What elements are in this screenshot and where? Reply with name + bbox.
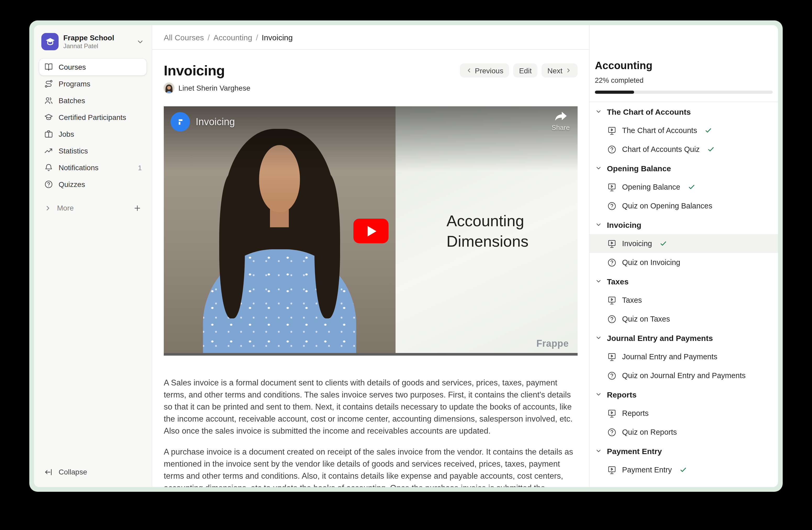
outline-item-payment-entry[interactable]: Payment Entry — [590, 460, 778, 479]
chevron-down-icon — [595, 278, 602, 285]
sidebar-item-label: Certified Participants — [59, 113, 126, 122]
breadcrumb-separator: / — [256, 33, 258, 42]
outline-section-header-journal-entry-and-payments[interactable]: Journal Entry and Payments — [590, 329, 778, 347]
sidebar-item-batches[interactable]: Batches — [39, 92, 146, 109]
outline-section-header-opening-balance[interactable]: Opening Balance — [590, 159, 778, 178]
outline-item-label: Reports — [622, 409, 649, 417]
video-overlay-title: Invoicing — [196, 116, 235, 127]
more-label: More — [57, 204, 74, 212]
outline-item-label: Journal Entry and Payments — [622, 352, 717, 361]
outline-item-chart-of-accounts-quiz[interactable]: Chart of Accounts Quiz — [590, 140, 778, 159]
outline-section: Payment EntryPayment Entry — [590, 442, 778, 479]
outline-section: ReportsReportsQuiz on Reports — [590, 385, 778, 442]
outline-item-label: Quiz on Invoicing — [622, 258, 680, 267]
chevron-down-icon — [595, 108, 602, 115]
users-icon — [44, 96, 53, 105]
outline-section-header-payment-entry[interactable]: Payment Entry — [590, 442, 778, 460]
lesson-video-icon — [607, 125, 617, 135]
avatar — [164, 83, 174, 93]
sidebar-item-notifications[interactable]: Notifications1 — [39, 159, 146, 176]
user-name: Jannat Patel — [63, 42, 131, 50]
outline-item-opening-balance[interactable]: Opening Balance — [590, 178, 778, 196]
play-button[interactable] — [353, 219, 388, 243]
outline-item-the-chart-of-accounts[interactable]: The Chart of Accounts — [590, 121, 778, 140]
outline-item-quiz-on-reports[interactable]: Quiz on Reports — [590, 423, 778, 442]
bell-icon — [44, 163, 53, 172]
outline-section-title: Taxes — [607, 277, 629, 286]
video-progress-track — [164, 353, 578, 355]
breadcrumb: All Courses/Accounting/Invoicing — [152, 25, 589, 50]
outline-item-label: Invoicing — [622, 239, 652, 248]
paragraph: A Sales invoice is a formal document sen… — [164, 377, 578, 437]
sidebar-nav: CoursesProgramsBatchesCertified Particip… — [39, 59, 146, 193]
sidebar-item-programs[interactable]: Programs — [39, 75, 146, 92]
frappe-video-logo-icon — [171, 112, 190, 131]
plus-icon[interactable] — [133, 204, 142, 212]
quiz-icon — [607, 144, 617, 154]
outline-item-quiz-on-invoicing[interactable]: Quiz on Invoicing — [590, 253, 778, 272]
outline-section-header-invoicing[interactable]: Invoicing — [590, 215, 778, 234]
lesson-content: Invoicing Previous Edit Next — [152, 50, 589, 487]
lesson-video-icon — [607, 465, 617, 475]
outline-item-quiz-on-taxes[interactable]: Quiz on Taxes — [590, 309, 778, 329]
collapse-sidebar-button[interactable]: Collapse — [39, 464, 146, 480]
check-icon — [707, 145, 715, 153]
outline-section: The Chart of AccountsThe Chart of Accoun… — [590, 102, 778, 159]
course-title: Accounting — [595, 59, 773, 72]
outline-item-quiz-on-journal-entry-and-payments[interactable]: Quiz on Journal Entry and Payments — [590, 366, 778, 385]
chevron-down-icon — [595, 447, 602, 455]
workspace-switcher[interactable]: Frappe School Jannat Patel — [39, 33, 146, 50]
sidebar-item-more[interactable]: More — [39, 200, 146, 216]
frappe-school-logo — [41, 33, 59, 50]
notification-count: 1 — [138, 164, 142, 171]
video-channel-badge[interactable]: Invoicing — [171, 112, 235, 131]
breadcrumb-link[interactable]: All Courses — [164, 33, 204, 42]
edit-button[interactable]: Edit — [513, 64, 537, 78]
sidebar-item-certified-participants[interactable]: Certified Participants — [39, 109, 146, 126]
sidebar-item-courses[interactable]: Courses — [39, 59, 146, 75]
outline-item-label: Quiz on Journal Entry and Payments — [622, 371, 745, 380]
outline-item-taxes[interactable]: Taxes — [590, 291, 778, 309]
graduation-cap-icon — [44, 113, 53, 122]
outline-item-quiz-on-opening-balances[interactable]: Quiz on Opening Balances — [590, 196, 778, 215]
outline-section-header-the-chart-of-accounts[interactable]: The Chart of Accounts — [590, 102, 778, 121]
lesson-nav-buttons: Previous Edit Next — [460, 64, 578, 78]
sidebar-item-jobs[interactable]: Jobs — [39, 126, 146, 142]
chevron-right-icon — [565, 67, 572, 74]
chevron-right-icon — [44, 204, 52, 212]
book-open-icon — [44, 62, 53, 72]
outline-item-label: Quiz on Reports — [622, 428, 677, 436]
outline-section-title: The Chart of Accounts — [607, 107, 691, 116]
lesson-video-icon — [607, 352, 617, 362]
quiz-icon — [607, 427, 617, 437]
sidebar-item-label: Statistics — [59, 147, 88, 155]
outline-item-journal-entry-and-payments[interactable]: Journal Entry and Payments — [590, 347, 778, 366]
sidebar-item-statistics[interactable]: Statistics — [39, 142, 146, 159]
outline-section-title: Reports — [607, 390, 637, 399]
briefcase-icon — [44, 129, 53, 139]
app-window: Frappe School Jannat Patel CoursesProgra… — [34, 25, 778, 487]
sidebar-item-quizzes[interactable]: Quizzes — [39, 176, 146, 193]
quiz-icon — [607, 314, 617, 324]
sidebar-item-label: Courses — [59, 63, 86, 71]
progress-bar — [595, 90, 773, 94]
share-button[interactable]: Share — [552, 111, 570, 131]
outline-item-label: Quiz on Taxes — [622, 315, 670, 323]
sidebar-item-label: Quizzes — [59, 180, 85, 189]
author-row: Linet Sherin Varghese — [164, 82, 578, 94]
sidebar-item-label: Notifications — [59, 163, 99, 172]
outline-section: Opening BalanceOpening BalanceQuiz on Op… — [590, 159, 778, 215]
outline-item-reports[interactable]: Reports — [590, 404, 778, 423]
outline-item-invoicing[interactable]: Invoicing — [590, 234, 778, 253]
route-icon — [44, 79, 53, 88]
outline-section-header-reports[interactable]: Reports — [590, 385, 778, 404]
previous-button[interactable]: Previous — [460, 64, 509, 78]
outline-section-header-taxes[interactable]: Taxes — [590, 272, 778, 291]
video-player[interactable]: Accounting Dimensions Frappe Invoicing — [164, 106, 578, 355]
next-button[interactable]: Next — [541, 64, 578, 78]
collapse-icon — [44, 468, 53, 476]
help-circle-icon — [44, 180, 53, 189]
check-icon — [659, 239, 668, 248]
outline-section: InvoicingInvoicingQuiz on Invoicing — [590, 215, 778, 272]
breadcrumb-link[interactable]: Accounting — [214, 33, 252, 42]
